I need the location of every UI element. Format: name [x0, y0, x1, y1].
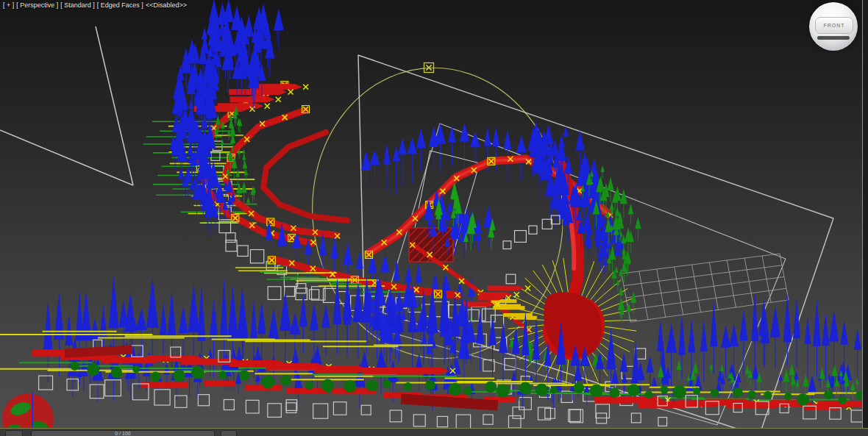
viewport-right-border [862, 0, 868, 429]
frame-indicator: 0 / 100 [115, 431, 130, 436]
viewcube-bottom-edge [817, 36, 850, 40]
next-frame-button[interactable] [221, 430, 237, 436]
viewcube-front-face[interactable]: FRONT [815, 17, 853, 34]
viewport-canvas[interactable] [0, 0, 868, 436]
viewcube-front-label: FRONT [823, 23, 844, 28]
time-slider-handle[interactable]: 0 / 100 [31, 430, 215, 436]
prev-frame-button[interactable] [5, 430, 23, 436]
viewport-label: [ + ] [ Perspective ] [ Standard ] [ Edg… [3, 1, 187, 10]
viewport-shading-menu[interactable]: [ Edged Faces ] [97, 1, 143, 10]
viewcube[interactable]: FRONT [809, 2, 858, 51]
viewport-renderer-menu[interactable]: [ Standard ] [60, 1, 95, 10]
max-viewport: [ + ] [ Perspective ] [ Standard ] [ Edg… [0, 0, 868, 436]
viewport-pov-menu[interactable]: [ Perspective ] [16, 1, 58, 10]
time-slider-bar: 0 / 100 [0, 428, 868, 436]
viewport-disabled-status: <<Disabled>> [146, 1, 187, 10]
viewport-general-menu[interactable]: [ + ] [3, 1, 14, 10]
